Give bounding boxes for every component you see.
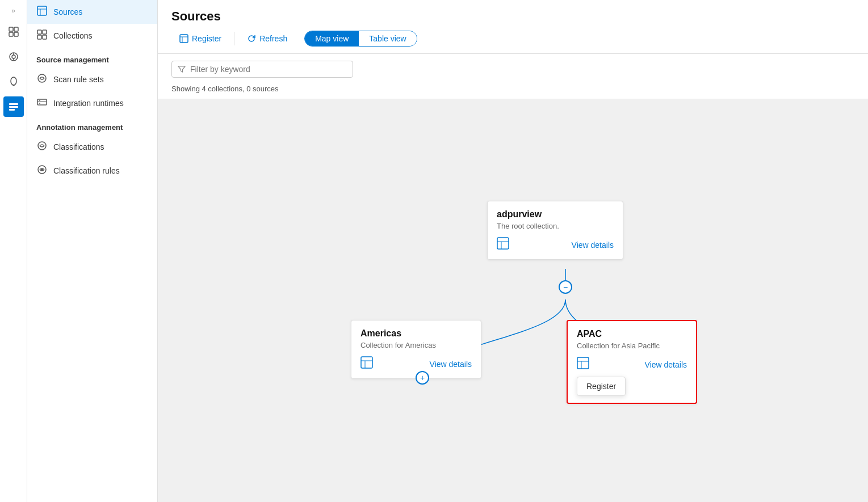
root-card-grid-icon xyxy=(497,237,509,252)
svg-rect-18 xyxy=(43,30,47,34)
apac-card: APAC Collection for Asia Pacific View de… xyxy=(567,320,697,404)
sources-icon xyxy=(36,6,48,18)
apac-register-popup[interactable]: Register xyxy=(577,377,626,396)
svg-rect-17 xyxy=(37,30,41,34)
collections-nav-icon[interactable] xyxy=(3,22,24,42)
data-catalog-nav-icon[interactable] xyxy=(3,47,24,67)
source-management-label: Source management xyxy=(27,48,157,68)
integration-runtimes-label: Integration runtimes xyxy=(53,99,124,108)
apac-card-desc: Collection for Asia Pacific xyxy=(577,341,687,350)
connector-svg xyxy=(158,99,868,502)
sidebar-item-collections[interactable]: Collections xyxy=(27,24,157,48)
americas-card: Americas Collection for Americas View de… xyxy=(351,320,481,379)
svg-point-21 xyxy=(38,74,46,82)
americas-card-title: Americas xyxy=(360,328,472,339)
collapse-button[interactable]: − xyxy=(559,280,572,294)
annotation-management-label: Annotation management xyxy=(27,115,157,135)
apac-register-label: Register xyxy=(586,382,616,391)
classification-rules-icon xyxy=(36,164,48,177)
svg-rect-11 xyxy=(9,103,18,105)
svg-rect-3 xyxy=(14,32,18,36)
integration-runtimes-icon xyxy=(36,97,48,109)
apac-view-details-link[interactable]: View details xyxy=(645,360,687,369)
collections-icon xyxy=(36,29,48,42)
svg-rect-14 xyxy=(37,6,47,15)
svg-rect-29 xyxy=(180,35,188,43)
apac-card-grid-icon xyxy=(577,357,589,372)
filter-bar xyxy=(158,54,868,82)
sidebar-sources-label: Sources xyxy=(53,7,82,16)
sidebar: Sources Collections Source management Sc… xyxy=(27,0,158,502)
scan-rule-sets-icon xyxy=(36,73,48,86)
root-card-desc: The root collection. xyxy=(497,222,614,230)
svg-rect-2 xyxy=(9,32,13,36)
register-button[interactable]: Register xyxy=(171,31,229,47)
collapse-rail-btn[interactable]: » xyxy=(11,7,15,15)
sidebar-item-integration-runtimes[interactable]: Integration runtimes xyxy=(27,91,157,115)
classifications-label: Classifications xyxy=(53,142,104,151)
page-title: Sources xyxy=(171,9,854,24)
americas-expand-button[interactable]: + xyxy=(416,371,429,385)
americas-view-details-link[interactable]: View details xyxy=(430,360,472,369)
refresh-button[interactable]: Refresh xyxy=(239,31,295,47)
svg-point-24 xyxy=(39,100,40,101)
refresh-icon xyxy=(247,34,256,43)
filter-input[interactable] xyxy=(190,65,347,74)
americas-card-footer: View details xyxy=(360,356,472,372)
classifications-icon xyxy=(36,141,48,153)
svg-rect-36 xyxy=(361,357,372,368)
svg-rect-0 xyxy=(9,27,13,31)
classification-rules-label: Classification rules xyxy=(53,166,120,175)
filter-input-wrap xyxy=(171,61,353,78)
svg-rect-1 xyxy=(14,27,18,31)
svg-rect-19 xyxy=(37,35,41,39)
register-label: Register xyxy=(192,34,221,43)
svg-rect-13 xyxy=(9,109,15,111)
toolbar: Register Refresh Map view Table view xyxy=(171,31,854,47)
sidebar-item-sources[interactable]: Sources xyxy=(27,0,157,24)
svg-point-25 xyxy=(39,103,40,104)
svg-rect-22 xyxy=(37,99,47,105)
icon-rail: » xyxy=(0,0,27,502)
sidebar-item-classification-rules[interactable]: Classification rules xyxy=(27,159,157,183)
americas-card-grid-icon xyxy=(360,356,373,372)
view-toggle: Map view Table view xyxy=(304,31,417,47)
management-nav-icon[interactable] xyxy=(3,96,24,117)
main-content: Sources Register Refresh Ma xyxy=(158,0,868,502)
svg-point-28 xyxy=(41,168,43,171)
svg-point-5 xyxy=(12,55,15,58)
apac-card-footer: View details xyxy=(577,357,687,372)
root-card-footer: View details xyxy=(497,237,614,252)
map-view-button[interactable]: Map view xyxy=(305,31,359,46)
map-area[interactable]: adpurview The root collection. View deta… xyxy=(158,99,868,502)
table-view-button[interactable]: Table view xyxy=(359,31,416,46)
filter-icon xyxy=(178,65,186,73)
showing-text: Showing 4 collections, 0 sources xyxy=(158,82,868,99)
svg-rect-12 xyxy=(9,106,18,108)
americas-card-desc: Collection for Americas xyxy=(360,341,472,349)
root-card-title: adpurview xyxy=(497,209,614,220)
svg-point-8 xyxy=(11,77,16,85)
toolbar-divider xyxy=(234,32,234,45)
root-card: adpurview The root collection. View deta… xyxy=(487,201,623,260)
svg-rect-39 xyxy=(577,357,589,369)
register-icon xyxy=(179,34,188,43)
scan-rule-sets-label: Scan rule sets xyxy=(53,75,104,84)
sidebar-item-scan-rule-sets[interactable]: Scan rule sets xyxy=(27,68,157,91)
sidebar-item-classifications[interactable]: Classifications xyxy=(27,135,157,159)
svg-rect-20 xyxy=(43,35,47,39)
insights-nav-icon[interactable] xyxy=(3,71,24,92)
main-header: Sources Register Refresh Ma xyxy=(158,0,868,54)
root-view-details-link[interactable]: View details xyxy=(572,241,614,250)
sidebar-collections-label: Collections xyxy=(53,31,92,40)
svg-rect-33 xyxy=(497,238,509,249)
refresh-label: Refresh xyxy=(259,34,287,43)
svg-point-26 xyxy=(38,142,46,150)
apac-card-title: APAC xyxy=(577,329,687,339)
